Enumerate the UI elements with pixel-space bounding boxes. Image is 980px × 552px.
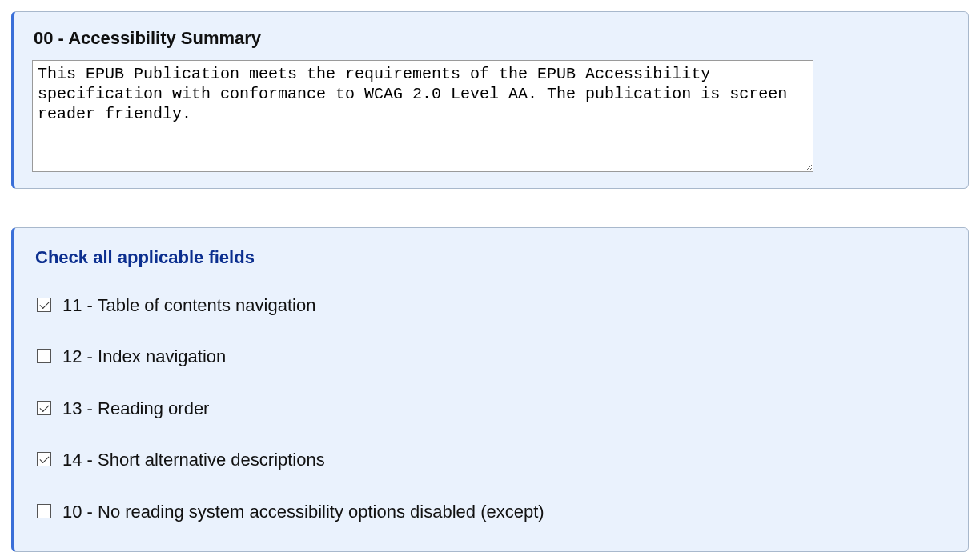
accessibility-summary-textarea[interactable] bbox=[32, 60, 813, 172]
field-row: 11 - Table of contents navigation bbox=[37, 295, 950, 316]
field-checkbox-13[interactable] bbox=[37, 401, 51, 415]
field-label: 11 - Table of contents navigation bbox=[62, 295, 315, 316]
accessibility-summary-title: 00 - Accessibility Summary bbox=[34, 28, 950, 49]
field-row: 14 - Short alternative descriptions bbox=[37, 450, 950, 470]
field-label: 10 - No reading system accessibility opt… bbox=[62, 502, 544, 522]
field-checkbox-11[interactable] bbox=[37, 298, 51, 312]
field-label: 12 - Index navigation bbox=[62, 346, 226, 367]
field-checkbox-10[interactable] bbox=[37, 504, 51, 518]
field-row: 12 - Index navigation bbox=[37, 346, 950, 367]
field-label: 14 - Short alternative descriptions bbox=[62, 450, 325, 470]
accessibility-summary-panel: 00 - Accessibility Summary bbox=[11, 11, 969, 189]
field-checkbox-12[interactable] bbox=[37, 349, 51, 363]
field-row: 10 - No reading system accessibility opt… bbox=[37, 502, 950, 522]
applicable-fields-panel: Check all applicable fields 11 - Table o… bbox=[11, 227, 969, 552]
applicable-fields-title: Check all applicable fields bbox=[35, 247, 950, 268]
field-label: 13 - Reading order bbox=[62, 398, 209, 419]
field-row: 13 - Reading order bbox=[37, 398, 950, 419]
field-checkbox-14[interactable] bbox=[37, 452, 51, 466]
